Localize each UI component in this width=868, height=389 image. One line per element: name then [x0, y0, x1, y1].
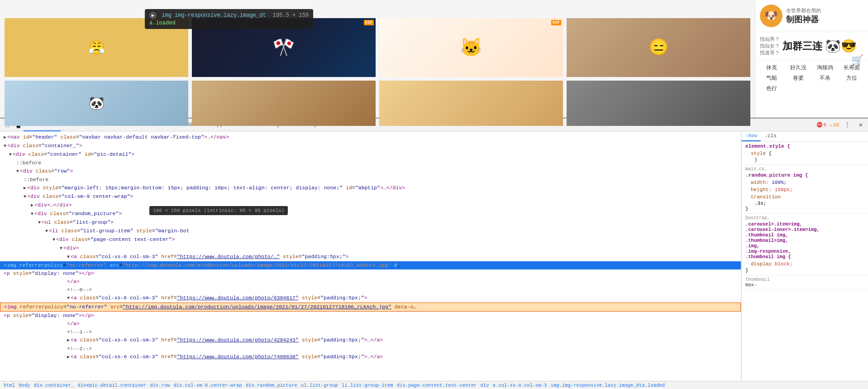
breadcrumb-bar: html body div.container_ div#pic-detail.… [0, 381, 868, 389]
dom-line-colsm9: ▼<div class="col-sm-9 center-wrap"> [0, 192, 741, 201]
breadcrumb-div-random[interactable]: div.random_picture [246, 383, 297, 388]
image-cell-4[interactable]: 😑 [567, 18, 750, 77]
dog-icon: 🐶 [760, 5, 782, 27]
tag-item-7[interactable]: 不杀 [813, 74, 837, 82]
error-badge: ⛔ 5 [816, 122, 827, 128]
breadcrumb-div-container[interactable]: div.container_ [34, 383, 74, 388]
styles-section-thumbnail: thumbnail max- [742, 275, 868, 290]
styles-selector-random: .random_picture img { [745, 173, 864, 178]
dom-line-a3: ▶<a class="col-xs-6 col-sm-3" href="http… [0, 336, 741, 345]
styles-selector-carousel: .carousel>.item>img,.carousel-inner>.ite… [745, 221, 864, 259]
dom-line-container-outer: ▼<div class="container_"> [0, 142, 741, 150]
image-cell-5[interactable]: 🐼 [5, 81, 188, 126]
breadcrumb-body[interactable]: body [19, 383, 30, 388]
breadcrumb-html[interactable]: html [4, 383, 15, 388]
dom-line-abptip: ▶<div style="margin-left: 15px;margin-bo… [0, 184, 741, 192]
dom-line-random: ▼<div class="random_picture"> [0, 210, 741, 218]
breadcrumb-ul[interactable]: ul.list-group [301, 383, 338, 388]
sidebar-ad: 🐶 全世界都在用的 制图神器 找仙男？ 找仙女？ 找道哥？ 加群三连 🐼😎 休克… [755, 0, 868, 117]
panda-icon: 🐼😎 [825, 38, 857, 54]
dom-line-div2: ▼<div> [0, 244, 741, 253]
dom-line-img2-highlighted[interactable]: <img referrerpolicy="no-referrer" src="h… [0, 303, 741, 312]
dom-line-comment1: <!--0--> [0, 286, 741, 294]
breadcrumb-div-pic-detail[interactable]: div#pic-detail.container [78, 383, 146, 388]
warn-icon: ⚠ [829, 122, 832, 128]
tooltip-tag: img [162, 12, 172, 19]
gif-badge-2: GIF [364, 20, 374, 25]
tag-item-8[interactable]: 方位 [839, 74, 863, 82]
dots-menu-icon[interactable]: ⋮ [842, 120, 853, 130]
media-icon: ▶ [149, 12, 157, 19]
image-size-tooltip: 196 × 159 pixels (intrinsic: 95 × 95 pix… [149, 206, 288, 215]
styles-tab-hov[interactable]: :hov [742, 131, 761, 141]
dom-line-img1-selected[interactable]: <img referrerpolicy="no-referrer" src="h… [0, 261, 741, 269]
dom-line-row: ▼<div class="row"> [0, 167, 741, 176]
tag-item-6[interactable]: 卷婆 [787, 74, 811, 82]
breadcrumb-div-row[interactable]: div.row [150, 383, 170, 388]
image-cell-6[interactable] [192, 81, 376, 126]
error-icon: ⛔ [816, 122, 823, 128]
dom-panel[interactable]: ▶<nav id="header" class="navbar navbar-d… [0, 131, 741, 381]
breadcrumb-a[interactable]: a.col-xs-6.col-sm-3 [493, 383, 547, 388]
tag-item-5[interactable]: 气蛆 [760, 74, 784, 82]
thumbnail-label: thumbnail [745, 277, 864, 282]
dom-line-p1: <p style="display: none"></p> [0, 269, 741, 278]
dom-line-container: ▼<div class="container" id="pic-detail"> [0, 150, 741, 159]
image-cell-3[interactable]: 🐱 GIF [379, 18, 563, 77]
dom-line-pagecontent: ▼<div class="page-content text-center"> [0, 235, 741, 244]
panda-text-2: 找仙女？ [760, 43, 780, 49]
ad-title: 制图神器 [786, 14, 821, 25]
browser-content: ▶ img img-responsive.lazy.image_dt 195.5… [0, 0, 868, 118]
styles-section-main: main.cs… .random_picture img { width: 10… [742, 165, 868, 214]
dom-line-a1: ▼<a class="col-xs-6 col-sm-3" href="http… [0, 253, 741, 261]
image-cell-8[interactable] [567, 81, 750, 126]
breadcrumb-img[interactable]: img.img-responsive.lazy.image_dta.loaded [551, 383, 665, 388]
dom-line-a4: ▶<a class="col-xs-6 col-sm-3" href="http… [0, 353, 741, 361]
warn-count: 20 [833, 122, 839, 128]
dom-line-a2: ▼<a class="col-xs-6 col-sm-3" href="http… [0, 294, 741, 303]
tag-item-1[interactable]: 休克 [760, 64, 784, 72]
tooltip-classes: img-responsive.lazy.image_dt [175, 12, 266, 19]
image-grid: 😤 🎌 GIF 🐱 GIF 😑 🐼 [5, 5, 750, 126]
tag-item-2[interactable]: 好久没 [787, 64, 811, 72]
tag-item-9[interactable]: 色行 [760, 85, 784, 92]
dom-line-comment2: <!--1--> [0, 328, 741, 336]
panda-text-1: 找仙男？ [760, 36, 780, 43]
styles-tabs: :hov .cls [742, 131, 868, 142]
devtools-body: ▶<nav id="header" class="navbar navbar-d… [0, 131, 868, 381]
styles-selector-element: element.style { [745, 144, 864, 149]
webpage-content: ▶ img img-responsive.lazy.image_dt 195.5… [0, 0, 755, 117]
panda-text-3: 找道哥？ [760, 49, 780, 56]
devtools-status: ⛔ 5 ⚠ 20 ⋮ ✕ [816, 120, 866, 130]
tag-item-3[interactable]: 淘辣鸡 [813, 64, 837, 72]
devtools: ⬚ 📱 Elements Console Sources Network Per… [0, 118, 868, 389]
styles-rule-width: width: 100%; [745, 179, 864, 186]
gif-badge-3: GIF [551, 20, 561, 25]
image-cell-7[interactable] [379, 81, 563, 126]
tooltip-dimensions: 195.5 × 159 [273, 12, 309, 19]
styles-panel: :hov .cls element.style { style { } main… [741, 131, 868, 381]
warn-badge: ⚠ 20 [829, 122, 839, 128]
thumbnail-max: max- [745, 282, 864, 288]
dom-line-before1: ::before [0, 159, 741, 167]
element-tooltip: ▶ img img-responsive.lazy.image_dt 195.5… [145, 9, 313, 29]
cart-icon[interactable]: 🛒 [851, 54, 863, 67]
dom-line-nav: ▶<nav id="header" class="navbar navbar-d… [0, 133, 741, 142]
dom-line-div: ▶<div>…</div> [0, 201, 741, 210]
dom-line-p2: <p style="display: none"></p> [0, 312, 741, 320]
breadcrumb-div3[interactable]: div [481, 383, 489, 388]
ad-subtitle: 全世界都在用的 [786, 7, 821, 14]
ad-header[interactable]: 🐶 全世界都在用的 制图神器 [755, 0, 868, 32]
error-count: 5 [824, 122, 827, 128]
close-devtools-icon[interactable]: ✕ [855, 120, 866, 130]
dom-line-a1-close: </a> [0, 278, 741, 286]
breadcrumb-div-pagecontent[interactable]: div.page-content.text-center [397, 383, 477, 388]
dom-line-a2-close: </a> [0, 320, 741, 328]
breadcrumb-div-colsm9[interactable]: div.col-sm-9.center-wrap [174, 383, 242, 388]
dom-line-ul: ▼<ul class="list-group"> [0, 218, 741, 227]
styles-tab-cls[interactable]: .cls [761, 131, 780, 141]
panda-main-text: 加群三连 [782, 39, 822, 53]
breadcrumb-li[interactable]: li.list-group-item [342, 383, 393, 388]
styles-rule-height: height: 159px; [745, 186, 864, 193]
styles-rule-display: display block; [745, 260, 864, 268]
